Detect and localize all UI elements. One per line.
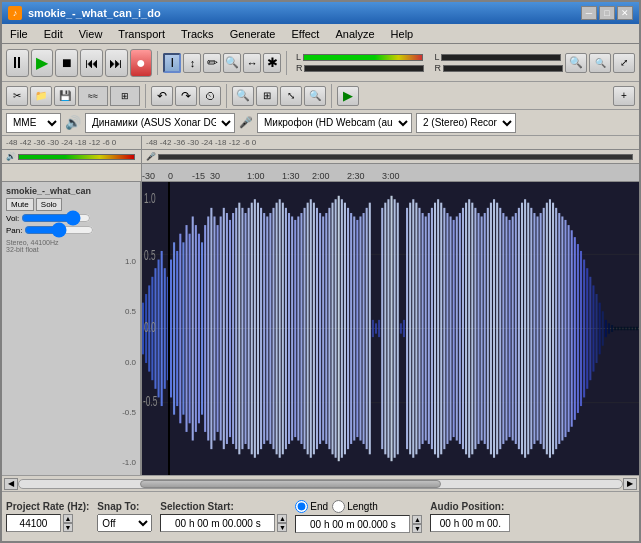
svg-rect-91 bbox=[412, 199, 414, 458]
menu-help[interactable]: Help bbox=[383, 26, 422, 42]
tool-envelope[interactable]: ↕ bbox=[183, 53, 201, 73]
menu-view[interactable]: View bbox=[71, 26, 111, 42]
audio-position-field[interactable] bbox=[430, 514, 510, 532]
svg-rect-112 bbox=[477, 213, 479, 444]
playback-level-bar bbox=[303, 54, 423, 61]
scrollbar-track[interactable] bbox=[18, 479, 623, 489]
end-radio[interactable] bbox=[295, 500, 308, 513]
fit-btn[interactable]: ⤢ bbox=[613, 53, 635, 73]
length-radio-label[interactable]: Length bbox=[332, 500, 378, 513]
channels-select[interactable]: 2 (Stereo) Record bbox=[416, 113, 516, 133]
tick-0: 0 bbox=[168, 171, 173, 181]
menu-file[interactable]: File bbox=[2, 26, 36, 42]
track-name: smokie_-_what_can bbox=[6, 186, 136, 196]
end-down[interactable]: ▼ bbox=[412, 524, 422, 533]
svg-rect-14 bbox=[173, 242, 175, 414]
menu-edit[interactable]: Edit bbox=[36, 26, 71, 42]
close-button[interactable]: ✕ bbox=[617, 6, 633, 20]
maximize-button[interactable]: □ bbox=[599, 6, 615, 20]
svg-rect-134 bbox=[546, 203, 548, 455]
horizontal-scrollbar[interactable]: ◀ ▶ bbox=[2, 475, 639, 491]
skip-end-button[interactable]: ⏭ bbox=[105, 49, 128, 77]
titlebar-controls: ─ □ ✕ bbox=[581, 6, 633, 20]
sep5 bbox=[331, 84, 332, 108]
svg-rect-161 bbox=[630, 327, 632, 330]
menu-tracks[interactable]: Tracks bbox=[173, 26, 222, 42]
end-length-radio: End Length bbox=[295, 500, 422, 513]
tool-zoom[interactable]: 🔍 bbox=[223, 53, 241, 73]
tool-draw[interactable]: ✏ bbox=[203, 53, 221, 73]
undo-btn[interactable]: ↶ bbox=[151, 86, 173, 106]
minimize-button[interactable]: ─ bbox=[581, 6, 597, 20]
zoom-in-btn[interactable]: 🔍 bbox=[565, 53, 587, 73]
waveform-view2-btn[interactable]: ⊞ bbox=[110, 86, 140, 106]
end-spinner[interactable]: ▲ ▼ bbox=[412, 515, 422, 533]
svg-rect-37 bbox=[245, 213, 247, 444]
separator-1 bbox=[157, 51, 158, 75]
svg-rect-145 bbox=[580, 251, 582, 406]
scrollbar-thumb[interactable] bbox=[140, 480, 442, 488]
svg-rect-19 bbox=[189, 234, 191, 424]
playback-r-label: R bbox=[296, 63, 303, 73]
zoom-sel-btn[interactable]: ⊞ bbox=[256, 86, 278, 106]
edit-open[interactable]: 📁 bbox=[30, 86, 52, 106]
snap-to-select[interactable]: Off bbox=[97, 514, 152, 532]
search-btn[interactable]: 🔍 bbox=[232, 86, 254, 106]
selection-start-field[interactable] bbox=[160, 514, 275, 532]
project-rate-spinner[interactable]: ▲ ▼ bbox=[63, 514, 73, 532]
edit-trim[interactable]: ✂ bbox=[6, 86, 28, 106]
zoom-fit-btn[interactable]: ⤡ bbox=[280, 86, 302, 106]
waveform-area[interactable]: 1.0 0.5 0.0 -0.5 bbox=[142, 182, 639, 475]
record-button[interactable]: ● bbox=[130, 49, 153, 77]
project-rate-field[interactable] bbox=[6, 514, 61, 532]
svg-rect-40 bbox=[254, 199, 256, 458]
playback-device-select[interactable]: Динамики (ASUS Xonar DGX A bbox=[85, 113, 235, 133]
pan-slider[interactable] bbox=[24, 225, 94, 235]
titlebar: ♪ smokie_-_what_can_i_do ─ □ ✕ bbox=[2, 2, 639, 24]
scroll-left-btn[interactable]: ◀ bbox=[4, 478, 18, 490]
waveform-view-btn[interactable]: ≈≈ bbox=[78, 86, 108, 106]
end-field[interactable] bbox=[295, 515, 410, 533]
sep3 bbox=[145, 84, 146, 108]
length-radio[interactable] bbox=[332, 500, 345, 513]
timeline-scale[interactable]: -30 -15 0 30 1:00 1:30 2:00 2:30 3:00 bbox=[142, 164, 639, 181]
sel-start-spinner[interactable]: ▲ ▼ bbox=[277, 514, 287, 532]
end-radio-label[interactable]: End bbox=[295, 500, 328, 513]
end-input: ▲ ▼ bbox=[295, 515, 422, 533]
menu-effect[interactable]: Effect bbox=[284, 26, 328, 42]
svg-rect-107 bbox=[462, 208, 464, 449]
misc-btn[interactable]: + bbox=[613, 86, 635, 106]
tool-timeshift[interactable]: ↔ bbox=[243, 53, 261, 73]
menu-analyze[interactable]: Analyze bbox=[327, 26, 382, 42]
sel-start-up[interactable]: ▲ bbox=[277, 514, 287, 523]
end-up[interactable]: ▲ bbox=[412, 515, 422, 524]
pause-button[interactable]: ⏸ bbox=[6, 49, 29, 77]
zoom-out2-btn[interactable]: 🔍 bbox=[304, 86, 326, 106]
redo-btn[interactable]: ↷ bbox=[175, 86, 197, 106]
tool-multi[interactable]: ✱ bbox=[263, 53, 281, 73]
svg-rect-102 bbox=[446, 213, 448, 444]
edit-save[interactable]: 💾 bbox=[54, 86, 76, 106]
svg-rect-16 bbox=[179, 234, 181, 424]
tick-30: 30 bbox=[210, 171, 220, 181]
sel-start-down[interactable]: ▼ bbox=[277, 523, 287, 532]
tool-select[interactable]: I bbox=[163, 53, 181, 73]
svg-rect-85 bbox=[394, 199, 396, 458]
timeline-scale-row[interactable]: -30 -15 0 30 1:00 1:30 2:00 2:30 3:00 bbox=[2, 164, 639, 182]
skip-start-button[interactable]: ⏮ bbox=[80, 49, 103, 77]
svg-rect-86 bbox=[397, 203, 399, 455]
scroll-right-btn[interactable]: ▶ bbox=[623, 478, 637, 490]
zoom-out-btn[interactable]: 🔍 bbox=[589, 53, 611, 73]
svg-rect-128 bbox=[527, 203, 529, 455]
menu-generate[interactable]: Generate bbox=[222, 26, 284, 42]
api-select[interactable]: MME bbox=[6, 113, 61, 133]
play2-btn[interactable]: ▶ bbox=[337, 86, 359, 106]
record-device-select[interactable]: Микрофон (HD Webcam (audi bbox=[257, 113, 412, 133]
menubar: File Edit View Transport Tracks Generate… bbox=[2, 24, 639, 44]
rate-spin-up[interactable]: ▲ bbox=[63, 514, 73, 523]
stop-button[interactable]: ■ bbox=[55, 49, 78, 77]
rate-spin-down[interactable]: ▼ bbox=[63, 523, 73, 532]
menu-transport[interactable]: Transport bbox=[110, 26, 173, 42]
sync-btn[interactable]: ⏲ bbox=[199, 86, 221, 106]
play-button[interactable]: ▶ bbox=[31, 49, 54, 77]
